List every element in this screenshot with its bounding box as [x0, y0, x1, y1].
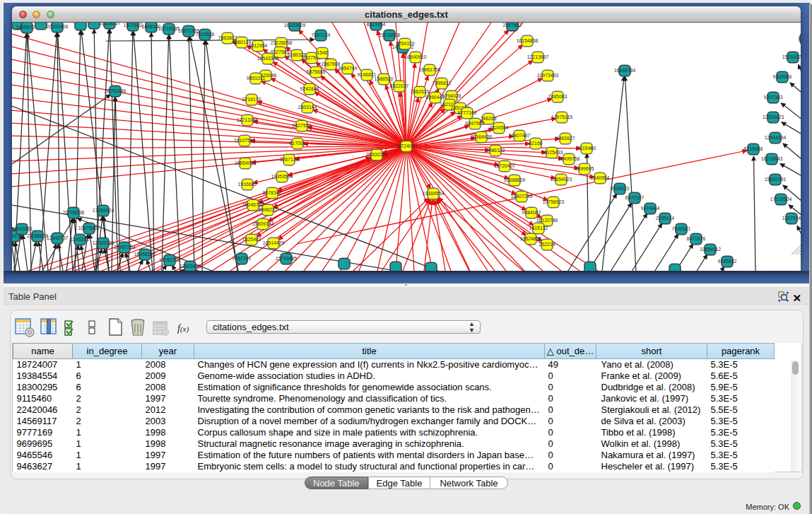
- svg-text:23226058: 23226058: [271, 40, 293, 45]
- svg-text:18807249: 18807249: [511, 194, 533, 199]
- svg-text:16782759: 16782759: [159, 257, 181, 262]
- svg-text:1916682: 1916682: [238, 182, 257, 187]
- svg-text:6679197: 6679197: [625, 195, 645, 200]
- svg-text:3267130: 3267130: [280, 157, 299, 162]
- svg-text:19524851: 19524851: [520, 236, 542, 241]
- svg-text:12923448: 12923448: [180, 264, 201, 269]
- svg-text:9327505: 9327505: [271, 49, 290, 54]
- svg-text:12342737: 12342737: [47, 235, 69, 240]
- svg-text:20206536: 20206536: [63, 210, 85, 215]
- svg-text:1588520: 1588520: [375, 76, 394, 81]
- svg-text:9329966: 9329966: [773, 74, 792, 79]
- svg-text:8938923: 8938923: [611, 186, 630, 191]
- svg-text:1615132: 1615132: [529, 226, 548, 230]
- svg-text:17359924: 17359924: [93, 208, 114, 213]
- svg-text:8322037: 8322037: [390, 83, 409, 88]
- svg-text:6497568: 6497568: [466, 121, 485, 126]
- svg-text:1145191: 1145191: [71, 237, 89, 242]
- svg-text:2087682: 2087682: [503, 23, 522, 28]
- svg-text:1640954: 1640954: [591, 175, 610, 180]
- svg-text:21156829: 21156829: [27, 233, 48, 238]
- svg-text:3624554: 3624554: [490, 125, 509, 130]
- svg-text:9245652: 9245652: [718, 259, 737, 264]
- svg-text:16648784: 16648784: [614, 68, 636, 73]
- svg-text:15716485: 15716485: [276, 256, 298, 261]
- svg-text:17016504: 17016504: [770, 197, 792, 201]
- svg-text:7515526: 7515526: [196, 32, 215, 37]
- svg-text:20091406: 20091406: [47, 24, 69, 29]
- svg-text:2803144: 2803144: [298, 105, 317, 110]
- svg-text:746266: 746266: [481, 116, 497, 121]
- svg-text:7485063: 7485063: [548, 94, 567, 99]
- svg-text:12093423: 12093423: [763, 115, 784, 119]
- svg-text:15720407: 15720407: [494, 163, 516, 168]
- svg-text:19654935: 19654935: [235, 160, 257, 165]
- svg-text:9777169: 9777169: [458, 110, 477, 115]
- svg-text:10975867: 10975867: [78, 226, 100, 230]
- svg-text:16958167: 16958167: [134, 252, 156, 257]
- svg-text:16120746: 16120746: [536, 218, 558, 223]
- svg-text:10025433: 10025433: [541, 150, 563, 155]
- svg-text:2867608: 2867608: [322, 62, 341, 66]
- svg-text:7955812: 7955812: [433, 81, 452, 86]
- svg-text:10543342: 10543342: [257, 56, 279, 61]
- svg-text:18724007: 18724007: [396, 144, 418, 148]
- svg-text:20053346: 20053346: [105, 88, 126, 93]
- svg-text:10653267: 10653267: [99, 23, 121, 25]
- svg-text:10688609: 10688609: [504, 177, 526, 182]
- svg-text:8471676: 8471676: [687, 236, 706, 241]
- svg-text:8813054: 8813054: [367, 23, 386, 27]
- svg-text:2718170: 2718170: [242, 97, 261, 102]
- svg-text:25300285: 25300285: [366, 152, 388, 157]
- svg-text:10654112: 10654112: [700, 247, 721, 252]
- svg-text:12905135: 12905135: [93, 240, 114, 245]
- svg-text:15809344: 15809344: [252, 221, 274, 226]
- svg-text:16210643: 16210643: [761, 156, 783, 161]
- svg-text:111215: 111215: [798, 36, 801, 41]
- svg-text:252214: 252214: [539, 242, 555, 247]
- svg-text:9242848: 9242848: [300, 86, 319, 91]
- svg-text:9891011: 9891011: [247, 76, 265, 81]
- svg-text:9227343: 9227343: [764, 95, 783, 100]
- svg-text:2935114: 2935114: [656, 216, 674, 221]
- svg-text:14543061: 14543061: [12, 226, 33, 231]
- svg-text:9657791: 9657791: [233, 256, 252, 261]
- svg-text:7857224: 7857224: [312, 33, 331, 37]
- svg-text:16961758: 16961758: [419, 67, 441, 72]
- svg-text:15751074: 15751074: [782, 54, 801, 59]
- svg-text:10719185: 10719185: [158, 26, 180, 31]
- svg-text:19384554: 19384554: [423, 191, 445, 196]
- svg-text:5875685: 5875685: [307, 69, 326, 74]
- svg-text:7625402: 7625402: [242, 237, 261, 242]
- svg-text:8912954: 8912954: [249, 43, 268, 48]
- svg-text:9899695: 9899695: [575, 166, 594, 171]
- svg-text:16495758: 16495758: [558, 156, 580, 161]
- svg-text:10807487: 10807487: [509, 133, 531, 138]
- svg-text:6794028: 6794028: [442, 93, 461, 98]
- svg-text:19218506: 19218506: [379, 33, 401, 37]
- svg-text:17975115: 17975115: [551, 115, 572, 119]
- svg-text:9427552: 9427552: [293, 123, 312, 128]
- svg-text:9115460: 9115460: [577, 146, 596, 151]
- svg-text:8678342: 8678342: [263, 190, 282, 195]
- svg-text:9084067: 9084067: [522, 210, 541, 215]
- svg-text:1562615: 1562615: [411, 89, 430, 94]
- svg-text:f(x): f(x): [177, 323, 189, 334]
- svg-text:7632621: 7632621: [672, 226, 691, 231]
- svg-text:8498222: 8498222: [259, 207, 278, 212]
- svg-text:7986322: 7986322: [486, 148, 505, 153]
- svg-text:1527602: 1527602: [124, 23, 143, 28]
- svg-text:817006: 817006: [290, 141, 306, 146]
- svg-text:20364436: 20364436: [471, 134, 493, 139]
- svg-text:62160: 62160: [529, 141, 542, 146]
- svg-text:16914479: 16914479: [263, 240, 285, 245]
- svg-text:10973493: 10973493: [537, 73, 559, 78]
- svg-text:16033809: 16033809: [284, 23, 306, 28]
- svg-text:12444194: 12444194: [765, 135, 787, 140]
- svg-text:17957253: 17957253: [114, 245, 136, 250]
- svg-text:1167534: 1167534: [782, 216, 801, 221]
- svg-text:12213967: 12213967: [527, 54, 549, 59]
- svg-text:12213369: 12213369: [237, 117, 259, 122]
- svg-text:19353594: 19353594: [271, 174, 293, 179]
- svg-text:1254319: 1254319: [396, 41, 415, 46]
